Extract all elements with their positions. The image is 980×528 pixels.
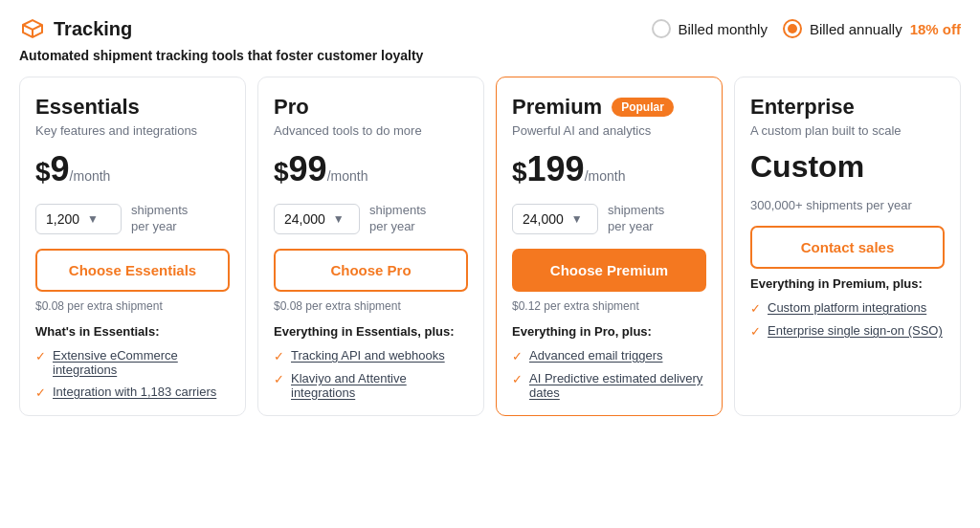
feature-item: ✓ Integration with 1,183 carriers [35, 385, 230, 400]
shipments-dropdown-pro[interactable]: 24,000 ▼ [274, 204, 360, 234]
feature-text: Extensive eCommerce integrations [53, 348, 230, 377]
feature-item: ✓ Enterprise single sign-on (SSO) [750, 323, 945, 339]
feature-item: ✓ Extensive eCommerce integrations [35, 348, 230, 377]
plan-price-pro: $99/month [274, 149, 468, 189]
plan-name-enterprise: Enterprise [750, 95, 945, 120]
plan-desc-enterprise: A custom plan built to scale [750, 123, 945, 138]
logo-area: Tracking [19, 15, 132, 42]
billing-annually-option[interactable]: Billed annually 18% off [783, 19, 961, 38]
extra-shipment-pro: $0.08 per extra shipment [274, 299, 468, 313]
check-icon: ✓ [274, 349, 284, 363]
shipments-label-essentials: shipmentsper year [131, 203, 188, 235]
feature-item: ✓ AI Predictive estimated delivery dates [512, 371, 706, 400]
dropdown-arrow-icon: ▼ [87, 212, 99, 226]
features-title-pro: Everything in Essentials, plus: [274, 324, 468, 339]
plan-price-essentials: $9/month [35, 149, 230, 189]
feature-item: ✓ Klaviyo and Attentive integrations [274, 371, 468, 400]
feature-item: ✓ Custom platform integrations [750, 300, 945, 316]
tracking-logo-icon [19, 15, 46, 42]
app-title: Tracking [54, 18, 132, 40]
check-icon: ✓ [512, 372, 523, 386]
shipments-static-enterprise: 300,000+ shipments per year [750, 198, 945, 212]
plan-desc-essentials: Key features and integrations [35, 123, 230, 138]
choose-btn-premium[interactable]: Choose Premium [512, 249, 706, 292]
feature-list-pro: ✓ Tracking API and webhooks ✓ Klaviyo an… [274, 348, 468, 400]
plan-name-essentials: Essentials [35, 95, 230, 120]
shipments-label-premium: shipmentsper year [608, 203, 664, 235]
plan-card-essentials: EssentialsKey features and integrations … [19, 77, 246, 416]
shipments-dropdown-essentials[interactable]: 1,200 ▼ [35, 204, 122, 234]
dropdown-arrow-icon: ▼ [571, 212, 583, 226]
check-icon: ✓ [35, 385, 46, 400]
plan-name-premium: PremiumPopular [512, 95, 706, 120]
plan-name-pro: Pro [274, 95, 468, 120]
discount-badge: 18% off [910, 21, 961, 37]
shipments-selector-essentials: 1,200 ▼ shipmentsper year [35, 203, 230, 235]
popular-badge: Popular [612, 98, 674, 117]
billing-toggle: Billed monthly Billed annually 18% off [652, 19, 961, 38]
page-subtitle: Automated shipment tracking tools that f… [19, 48, 961, 63]
shipments-dropdown-premium[interactable]: 24,000 ▼ [512, 204, 598, 234]
extra-shipment-premium: $0.12 per extra shipment [512, 299, 706, 313]
feature-item: ✓ Tracking API and webhooks [274, 348, 468, 363]
shipments-label-pro: shipmentsper year [369, 203, 426, 235]
plan-card-pro: ProAdvanced tools to do more $99/month 2… [257, 77, 484, 416]
choose-btn-enterprise[interactable]: Contact sales [750, 226, 945, 269]
feature-list-premium: ✓ Advanced email triggers ✓ AI Predictiv… [512, 348, 706, 400]
shipments-selector-pro: 24,000 ▼ shipmentsper year [274, 203, 468, 235]
plan-card-enterprise: EnterpriseA custom plan built to scaleCu… [734, 77, 961, 416]
feature-text: Advanced email triggers [529, 348, 662, 363]
feature-list-essentials: ✓ Extensive eCommerce integrations ✓ Int… [35, 348, 230, 400]
choose-btn-pro[interactable]: Choose Pro [274, 249, 468, 292]
check-icon: ✓ [274, 372, 284, 386]
check-icon: ✓ [750, 324, 761, 339]
feature-text: Custom platform integrations [768, 300, 926, 315]
billing-monthly-radio[interactable] [652, 19, 671, 38]
plan-desc-pro: Advanced tools to do more [274, 123, 468, 138]
feature-text: Klaviyo and Attentive integrations [291, 371, 468, 400]
check-icon: ✓ [512, 349, 523, 363]
features-title-essentials: What's in Essentials: [35, 324, 230, 339]
features-title-premium: Everything in Pro, plus: [512, 324, 706, 339]
header: Tracking Billed monthly Billed annually … [19, 15, 961, 42]
dropdown-arrow-icon: ▼ [333, 212, 345, 226]
billing-annually-radio[interactable] [783, 19, 802, 38]
feature-text: Enterprise single sign-on (SSO) [768, 323, 943, 338]
choose-btn-essentials[interactable]: Choose Essentials [35, 249, 230, 292]
feature-item: ✓ Advanced email triggers [512, 348, 706, 363]
billing-monthly-option[interactable]: Billed monthly [652, 19, 768, 38]
feature-text: AI Predictive estimated delivery dates [529, 371, 706, 400]
feature-list-enterprise: ✓ Custom platform integrations ✓ Enterpr… [750, 300, 945, 339]
check-icon: ✓ [750, 301, 761, 316]
shipments-selector-premium: 24,000 ▼ shipmentsper year [512, 203, 706, 235]
features-title-enterprise: Everything in Premium, plus: [750, 276, 945, 291]
plan-price-premium: $199/month [512, 149, 706, 189]
extra-shipment-essentials: $0.08 per extra shipment [35, 299, 230, 313]
plan-desc-premium: Powerful AI and analytics [512, 123, 706, 138]
plan-price-enterprise: Custom [750, 149, 945, 185]
feature-text: Integration with 1,183 carriers [53, 385, 216, 399]
plans-grid: EssentialsKey features and integrations … [19, 77, 961, 416]
plan-card-premium: PremiumPopularPowerful AI and analytics … [496, 77, 723, 416]
check-icon: ✓ [35, 349, 46, 363]
feature-text: Tracking API and webhooks [291, 348, 445, 363]
